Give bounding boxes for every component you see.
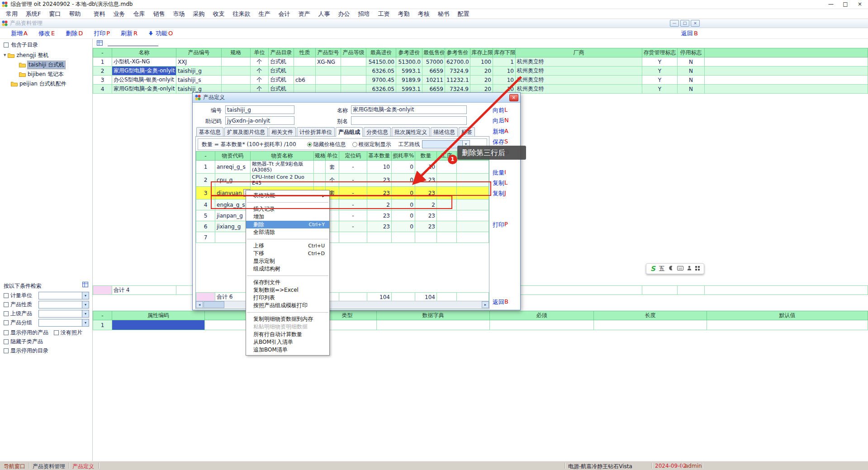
child-close-button[interactable]: × [691,20,700,27]
column-header[interactable]: 物资代码 [215,152,251,161]
table-cell[interactable]: Y [642,85,678,94]
table-row[interactable]: 1 [93,320,868,330]
column-header[interactable]: 属性编码 [112,311,205,320]
table-cell[interactable] [457,161,489,174]
table-cell[interactable] [457,293,489,302]
context-menu-item[interactable]: 追加BOM清单 [246,346,329,354]
radio-custom-display[interactable] [352,142,357,147]
minimize-button[interactable]: — [824,0,838,9]
filter-checkbox[interactable] [4,293,9,298]
menu-item[interactable]: 收支 [209,9,228,19]
table-cell[interactable]: 23 [415,210,437,221]
dropdown-arrow-icon[interactable]: ▾ [82,301,89,308]
menu-item[interactable]: 市场 [169,9,189,19]
expand-arrow-icon[interactable]: ▼ [4,53,6,57]
table-cell[interactable] [705,76,868,85]
menu-item[interactable]: 业务 [109,9,129,19]
toolbar-back-button[interactable]: 返回B [681,29,698,38]
table-row[interactable]: 3办公S型电脑-银奥-onlyittaishiji_s个台式机cb69700.4… [93,76,868,85]
dialog-batch-button[interactable]: 批量I [493,169,506,177]
tab-product-composition[interactable]: 产品组成 [336,127,363,137]
context-menu-item[interactable]: 删除Ctrl+Y [246,221,329,228]
table-cell[interactable] [294,57,316,66]
column-header[interactable]: 数量 [415,152,437,161]
table-cell[interactable] [316,66,341,76]
close-button[interactable]: × [853,0,867,9]
table-cell[interactable]: 0 [392,210,415,221]
tab-related-files[interactable]: 相关文件 [269,127,296,137]
context-menu-item[interactable]: 增加 [246,213,329,221]
table-row[interactable]: 6jixiang_g-23023 [196,221,489,232]
column-header[interactable]: 名称 [112,48,176,57]
context-menu-item[interactable]: 下移Ctrl+D [246,250,329,257]
table-cell[interactable]: 54150.00 [366,57,396,66]
table-cell[interactable]: 57000 [422,57,445,66]
column-header[interactable]: 基本数量 [367,152,392,161]
tab-description[interactable]: 描述信息 [431,127,458,137]
filter-checkbox[interactable] [54,330,59,335]
table-cell[interactable]: 家用G型电脑-金奥-onlyit [112,85,176,94]
context-menu-item[interactable]: 复制明细物资数据到内存 [246,315,329,323]
table-cell[interactable]: - [339,161,367,174]
child-minimize-button[interactable]: — [670,20,679,27]
table-cell[interactable] [705,66,868,76]
table-cell[interactable]: 11232.1 [445,76,470,85]
column-header[interactable]: 规格 [314,152,326,161]
table-cell[interactable]: 100 [470,57,493,66]
table-cell[interactable] [707,320,868,330]
table-cell[interactable] [437,232,457,243]
table-cell[interactable]: 5993.1 [396,66,422,76]
toolbar-print-button[interactable]: 打印P [94,29,110,38]
table-cell[interactable]: 20 [470,66,493,76]
table-row[interactable]: 1小型机-XG-NGXXJ个台式机XG-NG54150.0051300.0570… [93,57,868,66]
table-cell[interactable]: N [678,76,705,85]
context-menu-item[interactable]: 保存到文件 [246,279,329,286]
table-cell[interactable]: 合计 6 [215,293,251,302]
table-cell[interactable]: jianpan_g [215,210,251,221]
column-header[interactable]: - [93,48,112,57]
table-cell[interactable]: 7324.9 [445,66,470,76]
table-cell[interactable]: N [678,66,705,76]
table-cell[interactable]: 6326.05 [366,66,396,76]
menu-item[interactable]: 秘书 [433,9,453,19]
table-cell[interactable] [437,293,457,302]
table-cell[interactable]: taishiji_s [176,76,222,85]
table-cell[interactable] [341,76,366,85]
column-header[interactable]: 库存上限 [470,48,493,57]
table-cell[interactable] [457,210,489,221]
filter-checkbox[interactable] [4,339,9,344]
filter-checkbox[interactable] [4,320,9,325]
menu-item[interactable]: 往来款 [228,9,254,19]
context-menu-item[interactable]: 复制数据=>Excel [246,286,329,294]
table-cell[interactable]: - [339,221,367,232]
table-cell[interactable]: 62700.0 [445,57,470,66]
tab-label[interactable]: 标签 [459,127,475,137]
table-cell[interactable] [367,232,392,243]
column-header[interactable]: 厂商 [516,48,642,57]
table-cell[interactable] [457,221,489,232]
filter-combo[interactable]: ▾ [38,310,89,318]
table-cell[interactable] [196,293,215,302]
table-cell[interactable]: 6659 [422,66,445,76]
table-cell[interactable]: 104 [367,293,392,302]
table-cell[interactable] [642,286,678,295]
table-cell[interactable] [316,76,341,85]
context-menu-item[interactable]: 显示定制 [246,257,329,265]
table-cell[interactable] [490,320,594,330]
table-cell[interactable] [705,57,868,66]
table-cell[interactable]: 20 [470,76,493,85]
table-cell[interactable]: 散热器-Tt 火星9彩色版(A3085) [251,161,314,174]
column-header[interactable]: 最低售价 [422,48,445,57]
filter-checkbox[interactable] [4,311,9,316]
radio-hide-price[interactable] [307,142,312,147]
column-header[interactable]: 损耗率% [392,152,415,161]
scroll-right-button[interactable]: ▸ [482,301,489,308]
table-cell[interactable]: 104 [415,293,437,302]
menu-item[interactable]: 配置 [453,9,473,19]
column-header[interactable]: - [196,152,215,161]
filter-combo[interactable]: ▾ [38,319,89,327]
table-cell[interactable]: 23 [367,210,392,221]
context-menu-item[interactable]: 打印列表 [246,294,329,302]
child-restore-button[interactable]: □ [680,20,689,27]
table-cell[interactable]: XXJ [176,57,222,66]
